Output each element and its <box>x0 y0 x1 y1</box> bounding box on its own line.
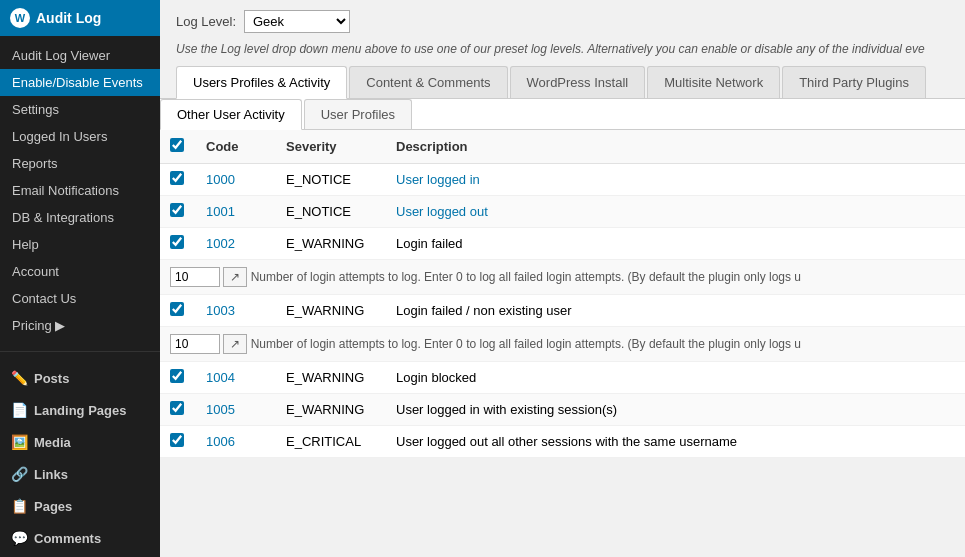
sidebar-link-audit-log-viewer[interactable]: Audit Log Viewer <box>0 42 160 69</box>
sidebar-title: Audit Log <box>36 10 101 26</box>
landing-pages-icon: 📄 <box>10 401 28 419</box>
row-checkbox-2[interactable] <box>170 235 184 249</box>
sidebar-item-email-notifications[interactable]: Email Notifications <box>0 177 160 204</box>
severity-2: E_WARNING <box>276 227 386 259</box>
sidebar-item-db-integrations[interactable]: DB & Integrations <box>0 204 160 231</box>
pages-label: Pages <box>34 499 72 514</box>
inner-tab-1[interactable]: User Profiles <box>304 99 412 129</box>
sidebar-link-account[interactable]: Account <box>0 258 160 285</box>
sidebar-link-enable-disable-events[interactable]: Enable/Disable Events <box>0 69 160 96</box>
toolbar: Log Level: GeekBasicInformationalDevelop… <box>160 0 965 39</box>
sidebar-item-account[interactable]: Account <box>0 258 160 285</box>
description-4: Login failed / non existing user <box>386 294 965 326</box>
inner-tab-0[interactable]: Other User Activity <box>160 99 302 130</box>
severity-8: E_CRITICAL <box>276 425 386 457</box>
sidebar-bottom-posts[interactable]: ✏️Posts <box>0 362 160 394</box>
main-tab-1[interactable]: Content & Comments <box>349 66 507 98</box>
sidebar-link-logged-in-users[interactable]: Logged In Users <box>0 123 160 150</box>
sidebar-item-reports[interactable]: Reports <box>0 150 160 177</box>
events-tbody: 1000E_NOTICEUser logged in1001E_NOTICEUs… <box>160 163 965 457</box>
row-checkbox-6[interactable] <box>170 369 184 383</box>
pages-icon: 📋 <box>10 497 28 515</box>
sidebar-header: W Audit Log <box>0 0 160 36</box>
code-link-1001[interactable]: 1001 <box>206 204 235 219</box>
sidebar-link-help[interactable]: Help <box>0 231 160 258</box>
sidebar-menu: Audit Log ViewerEnable/Disable EventsSet… <box>0 36 160 345</box>
inner-tab-bar: Other User ActivityUser Profiles <box>160 99 965 130</box>
description-2: Login failed <box>386 227 965 259</box>
severity-4: E_WARNING <box>276 294 386 326</box>
row-checkbox-7[interactable] <box>170 401 184 415</box>
table-row: 1004E_WARNINGLogin blocked <box>160 361 965 393</box>
sidebar-item-help[interactable]: Help <box>0 231 160 258</box>
sidebar-link-settings[interactable]: Settings <box>0 96 160 123</box>
code-link-1004[interactable]: 1004 <box>206 370 235 385</box>
sidebar-item-settings[interactable]: Settings <box>0 96 160 123</box>
col-header-check <box>160 130 196 164</box>
table-header-row: Code Severity Description <box>160 130 965 164</box>
sidebar-bottom-links[interactable]: 🔗Links <box>0 458 160 490</box>
table-row: 1002E_WARNINGLogin failed <box>160 227 965 259</box>
main-tab-2[interactable]: WordPress Install <box>510 66 646 98</box>
sidebar-link-contact-us[interactable]: Contact Us <box>0 285 160 312</box>
code-link-1005[interactable]: 1005 <box>206 402 235 417</box>
row-checkbox-4[interactable] <box>170 302 184 316</box>
table-row: 1003E_WARNINGLogin failed / non existing… <box>160 294 965 326</box>
note-input-5[interactable] <box>170 334 220 354</box>
table-row: 1005E_WARNINGUser logged in with existin… <box>160 393 965 425</box>
events-table: Code Severity Description 1000E_NOTICEUs… <box>160 130 965 458</box>
description-7: User logged in with existing session(s) <box>386 393 965 425</box>
sidebar-item-contact-us[interactable]: Contact Us <box>0 285 160 312</box>
sidebar-bottom-pages[interactable]: 📋Pages <box>0 490 160 522</box>
log-level-label: Log Level: <box>176 14 236 29</box>
sidebar-item-audit-log-viewer[interactable]: Audit Log Viewer <box>0 42 160 69</box>
code-link-1000[interactable]: 1000 <box>206 172 235 187</box>
links-label: Links <box>34 467 68 482</box>
sidebar-link-db-integrations[interactable]: DB & Integrations <box>0 204 160 231</box>
description-6: Login blocked <box>386 361 965 393</box>
col-header-severity: Severity <box>276 130 386 164</box>
description-8: User logged out all other sessions with … <box>386 425 965 457</box>
sidebar-item-logged-in-users[interactable]: Logged In Users <box>0 123 160 150</box>
sidebar-bottom-comments[interactable]: 💬Comments <box>0 522 160 554</box>
note-row: ↗ Number of login attempts to log. Enter… <box>160 326 965 361</box>
code-link-1006[interactable]: 1006 <box>206 434 235 449</box>
main-tab-3[interactable]: Multisite Network <box>647 66 780 98</box>
row-checkbox-0[interactable] <box>170 171 184 185</box>
code-link-1002[interactable]: 1002 <box>206 236 235 251</box>
select-all-checkbox[interactable] <box>170 138 184 152</box>
sidebar-link-reports[interactable]: Reports <box>0 150 160 177</box>
note-input-3[interactable] <box>170 267 220 287</box>
media-label: Media <box>34 435 71 450</box>
note-cell-3: ↗ Number of login attempts to log. Enter… <box>160 259 965 294</box>
posts-icon: ✏️ <box>10 369 28 387</box>
sidebar-link-pricing[interactable]: Pricing ▶ <box>0 312 160 339</box>
note-apply-3[interactable]: ↗ <box>223 267 247 287</box>
note-text-3: Number of login attempts to log. Enter 0… <box>251 270 801 284</box>
note-text-5: Number of login attempts to log. Enter 0… <box>251 337 801 351</box>
sidebar-item-pricing[interactable]: Pricing ▶ <box>0 312 160 339</box>
log-level-select[interactable]: GeekBasicInformationalDeveloper <box>244 10 350 33</box>
table-row: 1006E_CRITICALUser logged out all other … <box>160 425 965 457</box>
sidebar: W Audit Log Audit Log ViewerEnable/Disab… <box>0 0 160 557</box>
row-checkbox-1[interactable] <box>170 203 184 217</box>
note-apply-5[interactable]: ↗ <box>223 334 247 354</box>
main-content: Log Level: GeekBasicInformationalDevelop… <box>160 0 965 557</box>
comments-icon: 💬 <box>10 529 28 547</box>
col-header-description: Description <box>386 130 965 164</box>
col-header-code: Code <box>196 130 276 164</box>
sidebar-divider <box>0 351 160 352</box>
sidebar-link-email-notifications[interactable]: Email Notifications <box>0 177 160 204</box>
main-tab-0[interactable]: Users Profiles & Activity <box>176 66 347 99</box>
note-row: ↗ Number of login attempts to log. Enter… <box>160 259 965 294</box>
code-link-1003[interactable]: 1003 <box>206 303 235 318</box>
sidebar-bottom-section: ✏️Posts📄Landing Pages🖼️Media🔗Links📋Pages… <box>0 358 160 557</box>
main-tab-4[interactable]: Third Party Plugins <box>782 66 926 98</box>
severity-6: E_WARNING <box>276 361 386 393</box>
row-checkbox-8[interactable] <box>170 433 184 447</box>
table-row: 1000E_NOTICEUser logged in <box>160 163 965 195</box>
sidebar-bottom-media[interactable]: 🖼️Media <box>0 426 160 458</box>
sidebar-bottom-landing-pages[interactable]: 📄Landing Pages <box>0 394 160 426</box>
sidebar-item-enable-disable-events[interactable]: Enable/Disable Events <box>0 69 160 96</box>
links-icon: 🔗 <box>10 465 28 483</box>
